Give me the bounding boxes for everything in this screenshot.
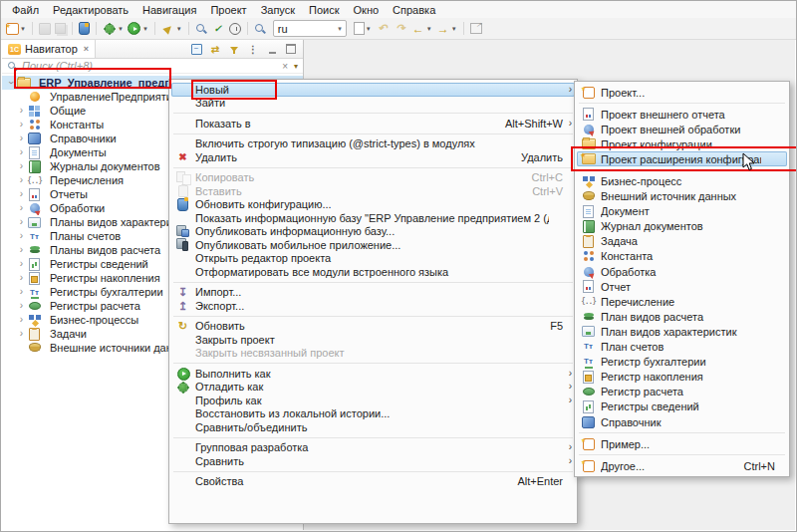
- menu-item[interactable]: Проект конфигурации: [577, 136, 787, 151]
- menu-item[interactable]: Опубликовать информационную базу...: [171, 225, 575, 239]
- annotations-button[interactable]: ▼: [353, 20, 373, 37]
- menu-item[interactable]: Восстановить из локальной истории...: [171, 407, 575, 421]
- minimize-icon[interactable]: [265, 42, 279, 56]
- view-menu-icon[interactable]: [246, 42, 260, 56]
- menu-item[interactable]: Выполнить как ›: [171, 367, 575, 381]
- save-all-button[interactable]: [54, 20, 67, 37]
- menu-item[interactable]: Отформатировать все модули встроенного я…: [171, 265, 575, 279]
- forward-button[interactable]: ▼: [435, 20, 458, 37]
- chevron-icon[interactable]: ›: [16, 161, 27, 171]
- chevron-icon[interactable]: ›: [16, 175, 27, 185]
- menu-item[interactable]: Проект расширения конфигурации: [577, 151, 787, 166]
- menu-item[interactable]: Свойства Alt+Enter: [171, 475, 575, 489]
- collapse-all-icon[interactable]: [189, 42, 203, 56]
- chevron-icon[interactable]: ›: [16, 217, 27, 227]
- menu-item[interactable]: Регистр расчета: [577, 385, 787, 399]
- menu-item[interactable]: Зайти: [171, 97, 575, 111]
- menu-item[interactable]: Вставить Ctrl+V: [171, 184, 575, 198]
- menu-item[interactable]: План видов характеристик: [577, 324, 787, 339]
- link-with-editor-icon[interactable]: [208, 42, 222, 56]
- menu-item[interactable]: Журнал документов: [577, 219, 787, 234]
- menu-item[interactable]: Отладить как ›: [171, 381, 575, 395]
- tab-navigator[interactable]: Навигатор: [2, 40, 96, 58]
- menu-item[interactable]: План счетов: [577, 340, 787, 355]
- menu-item[interactable]: Новый ›: [171, 83, 575, 97]
- menubar-item[interactable]: Проект: [203, 3, 253, 17]
- menu-item[interactable]: Другое... Ctrl+N: [577, 458, 787, 473]
- menu-item[interactable]: Пример...: [577, 436, 787, 451]
- chevron-icon[interactable]: ›: [16, 120, 27, 130]
- menu-item[interactable]: Обновить конфигурацию...: [171, 198, 575, 212]
- menu-item[interactable]: Перечисление: [577, 294, 787, 309]
- menu-item[interactable]: Сравнить/объединить: [171, 420, 575, 434]
- menu-item[interactable]: Регистр накопления: [577, 370, 787, 385]
- menu-item[interactable]: Справочник: [577, 414, 787, 429]
- chevron-icon[interactable]: ›: [16, 329, 27, 339]
- menu-item[interactable]: Экспорт...: [171, 299, 575, 313]
- search-input[interactable]: Поиск (Ctrl+8) × ▾: [2, 59, 303, 74]
- run-button[interactable]: ▼: [127, 20, 149, 37]
- new-wizard-button[interactable]: ▼: [5, 20, 27, 37]
- filter-icon[interactable]: [227, 42, 241, 56]
- chevron-icon[interactable]: ›: [16, 301, 27, 311]
- menubar-item[interactable]: Поиск: [302, 3, 346, 17]
- menu-item[interactable]: Проект внешнего отчета: [577, 107, 787, 122]
- menu-item[interactable]: Открыть редактор проекта: [171, 252, 575, 266]
- menubar-item[interactable]: Файл: [5, 3, 46, 17]
- debug-button[interactable]: ▼: [102, 20, 125, 37]
- menubar-item[interactable]: Навигация: [135, 3, 203, 17]
- menu-item[interactable]: Задача: [577, 234, 787, 249]
- back-button[interactable]: ▼: [410, 20, 433, 37]
- clear-icon[interactable]: ×: [282, 61, 288, 72]
- maximize-icon[interactable]: [284, 42, 298, 56]
- last-edit-location-button[interactable]: [375, 20, 391, 37]
- chevron-icon[interactable]: ›: [16, 231, 27, 241]
- menubar-item[interactable]: Редактировать: [46, 3, 135, 17]
- menu-item[interactable]: Включить строгую типизацию (@strict-type…: [171, 137, 575, 151]
- menu-item[interactable]: Регистры сведений: [577, 399, 787, 414]
- menu-item[interactable]: Документ: [577, 204, 787, 219]
- chevron-icon[interactable]: ›: [16, 273, 27, 283]
- menu-item[interactable]: Профиль как ›: [171, 394, 575, 407]
- chevron-icon[interactable]: ›: [16, 315, 27, 325]
- chevron-down-icon[interactable]: ▼: [176, 26, 182, 32]
- chevron-icon[interactable]: ›: [16, 245, 27, 255]
- menu-item[interactable]: Показать информационную базу "ERP Управл…: [171, 211, 575, 225]
- menubar-item[interactable]: Справка: [386, 3, 442, 17]
- chevron-icon[interactable]: ›: [16, 147, 27, 157]
- menu-item[interactable]: Регистр бухгалтерии: [577, 355, 787, 370]
- menu-item[interactable]: План видов расчета: [577, 309, 787, 324]
- chevron-down-icon[interactable]: ▼: [118, 26, 124, 32]
- chevron-icon[interactable]: ›: [16, 189, 27, 199]
- menu-item[interactable]: Групповая разработка ›: [171, 441, 575, 455]
- menu-item[interactable]: Копировать Ctrl+C: [171, 171, 575, 185]
- close-icon[interactable]: [82, 44, 89, 54]
- menu-item[interactable]: Удалить Удалить: [171, 150, 575, 164]
- menu-item[interactable]: Показать в Alt+Shift+W ›: [171, 117, 575, 131]
- menubar-item[interactable]: Запуск: [254, 3, 302, 17]
- locale-select[interactable]: ru▾: [273, 20, 347, 37]
- menu-item[interactable]: Обновить F5: [171, 320, 575, 334]
- stopwatch-button[interactable]: [228, 20, 242, 37]
- chevron-down-icon[interactable]: ▼: [366, 26, 372, 32]
- menubar-item[interactable]: Окно: [347, 3, 387, 17]
- search-button[interactable]: [194, 20, 208, 37]
- next-edit-location-button[interactable]: [393, 20, 408, 37]
- update-db-configuration-button[interactable]: [78, 20, 91, 37]
- menu-item[interactable]: Бизнес-процесс: [577, 173, 787, 188]
- menu-item[interactable]: Опубликовать мобильное приложение...: [171, 238, 575, 252]
- menu-item[interactable]: Проект...: [577, 85, 787, 100]
- chevron-down-icon[interactable]: ▼: [20, 26, 26, 32]
- menu-item[interactable]: Сравнить ›: [171, 454, 575, 468]
- menu-item[interactable]: Закрыть несвязанный проект: [171, 347, 575, 361]
- menu-item[interactable]: Константа: [577, 249, 787, 264]
- chevron-icon[interactable]: ›: [16, 106, 27, 116]
- menu-item[interactable]: Отчет: [577, 279, 787, 294]
- menu-item[interactable]: Проект внешней обработки: [577, 122, 787, 136]
- save-button[interactable]: [38, 20, 52, 37]
- find-references-button[interactable]: [253, 20, 267, 37]
- menu-item[interactable]: Закрыть проект: [171, 333, 575, 347]
- chevron-down-icon[interactable]: ▼: [426, 26, 432, 32]
- menu-item[interactable]: Обработка: [577, 264, 787, 279]
- chevron-icon[interactable]: ›: [6, 78, 16, 89]
